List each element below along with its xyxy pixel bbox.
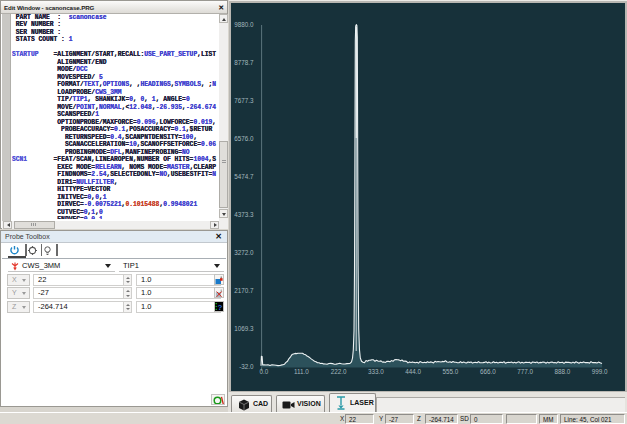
svg-text:?: ? (217, 303, 222, 311)
